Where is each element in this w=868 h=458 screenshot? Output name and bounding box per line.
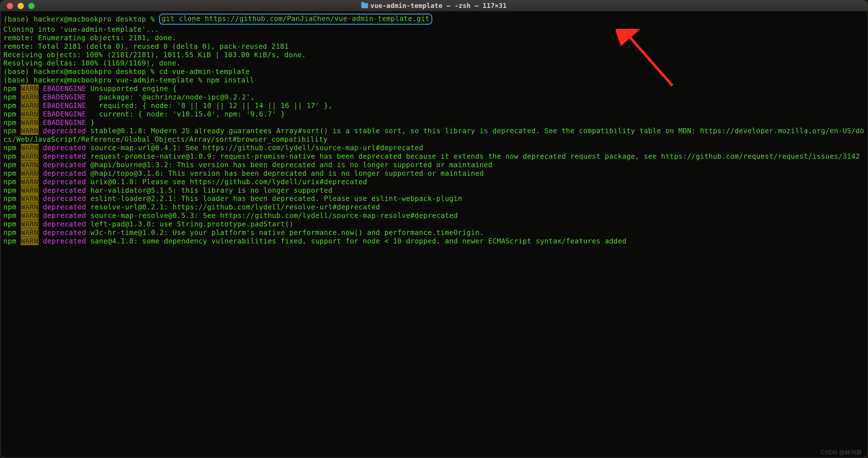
highlighted-command: git clone https://github.com/PanJiaChen/… <box>159 13 432 25</box>
deprecated-label: deprecated <box>43 203 86 211</box>
npm-label: npm <box>3 178 21 186</box>
ebadengine-label: EBADENGINE <box>43 110 86 118</box>
warn-badge: WARN <box>21 161 38 169</box>
deprecated-label: deprecated <box>43 161 86 169</box>
deprecated-msg: urix@0.1.0: Please see https://github.co… <box>90 178 367 186</box>
engine-msg: current: { node: 'v18.15.0', npm: '9.6.7… <box>90 110 285 118</box>
git-output: remote: Enumerating objects: 2181, done. <box>3 34 176 42</box>
deprecated-msg: source-map-resolve@0.5.3: See https://gi… <box>90 211 458 220</box>
warn-badge: WARN <box>21 127 38 135</box>
prompt-userhost: hackerx@macbookpro desktop % <box>34 15 159 23</box>
watermark: CSDN @林鸿群 <box>821 449 862 456</box>
deprecated-msg: resolve-url@0.2.1: https://github.com/ly… <box>90 203 380 211</box>
npm-label: npm <box>3 110 21 118</box>
npm-label: npm <box>3 93 21 101</box>
warn-badge: WARN <box>21 169 38 177</box>
warn-badge: WARN <box>21 186 38 194</box>
prompt-userhost: hackerx@macbookpro vue-admin-template % <box>34 76 207 84</box>
terminal-content[interactable]: (base) hackerx@macbookpro desktop % git … <box>1 11 867 246</box>
npm-label: npm <box>3 127 21 135</box>
window-title: vue-admin-template — -zsh — 117×31 <box>361 2 506 10</box>
deprecated-msg: @hapi/topo@3.1.6: This version has been … <box>90 169 484 177</box>
traffic-lights <box>1 3 35 9</box>
warn-badge: WARN <box>21 144 38 152</box>
titlebar: vue-admin-template — -zsh — 117×31 <box>1 1 867 11</box>
warn-badge: WARN <box>21 203 38 211</box>
deprecated-label: deprecated <box>43 169 86 177</box>
maximize-icon[interactable] <box>28 3 35 9</box>
deprecated-msg: left-pad@1.3.0: use String.prototype.pad… <box>90 220 294 228</box>
prompt-env: (base) <box>3 67 34 76</box>
minimize-icon[interactable] <box>18 3 24 9</box>
git-output: remote: Total 2181 (delta 0), reused 0 (… <box>3 42 289 51</box>
npm-label: npm <box>3 203 21 211</box>
deprecated-label: deprecated <box>43 178 86 186</box>
warn-badge: WARN <box>21 237 38 245</box>
npm-label: npm <box>3 220 21 228</box>
deprecated-msg: request-promise-native@1.0.9: request-pr… <box>90 152 860 160</box>
ebadengine-label: EBADENGINE <box>43 101 86 110</box>
deprecated-msg: har-validator@5.1.5: this library is no … <box>90 186 333 194</box>
npm-label: npm <box>3 211 21 220</box>
npm-label: npm <box>3 161 21 169</box>
npm-label: npm <box>3 228 21 237</box>
git-output: Receiving objects: 100% (2181/2181), 101… <box>3 51 306 59</box>
git-output: Resolving deltas: 100% (1169/1169), done… <box>3 59 181 67</box>
deprecated-label: deprecated <box>43 186 86 194</box>
npm-label: npm <box>3 194 21 203</box>
window-title-text: vue-admin-template — -zsh — 117×31 <box>370 2 506 10</box>
deprecated-msg: w3c-hr-time@1.0.2: Use your platform's n… <box>90 228 484 237</box>
deprecated-msg: sane@4.1.0: some dependency vulnerabilit… <box>90 237 626 245</box>
close-icon[interactable] <box>7 3 13 9</box>
warn-badge: WARN <box>21 178 38 186</box>
deprecated-msg: source-map-url@0.4.1: See https://github… <box>90 144 423 152</box>
git-output: Cloning into 'vue-admin-template'... <box>3 25 159 33</box>
warn-badge: WARN <box>21 152 38 160</box>
npm-label: npm <box>3 237 21 245</box>
terminal-window: vue-admin-template — -zsh — 117×31 (base… <box>0 0 868 458</box>
warn-badge: WARN <box>21 119 38 127</box>
prompt-env: (base) <box>3 15 34 23</box>
deprecated-label: deprecated <box>43 220 86 228</box>
ebadengine-label: EBADENGINE <box>43 119 86 127</box>
cd-command: cd vue-admin-template <box>159 67 250 76</box>
npm-label: npm <box>3 186 21 194</box>
npm-label: npm <box>3 119 21 127</box>
npm-label: npm <box>3 101 21 110</box>
warn-badge: WARN <box>21 228 38 237</box>
warn-badge: WARN <box>21 85 38 93</box>
npm-label: npm <box>3 169 21 177</box>
ebadengine-label: EBADENGINE <box>43 85 86 93</box>
deprecated-label: deprecated <box>43 127 86 135</box>
engine-msg: package: '@achrinza/node-ipc@9.2.2', <box>90 93 255 101</box>
deprecated-label: deprecated <box>43 237 86 245</box>
warn-badge: WARN <box>21 101 38 110</box>
deprecated-msg: stable@0.1.8: Modern JS already guarante… <box>3 127 864 143</box>
prompt-env: (base) <box>3 76 34 84</box>
warn-badge: WARN <box>21 110 38 118</box>
npm-label: npm <box>3 144 21 152</box>
warn-badge: WARN <box>21 211 38 220</box>
warn-badge: WARN <box>21 194 38 203</box>
deprecated-msg: eslint-loader@2.2.1: This loader has bee… <box>90 194 462 203</box>
engine-msg: Unsupported engine { <box>90 85 177 93</box>
deprecated-label: deprecated <box>43 228 86 237</box>
ebadengine-label: EBADENGINE <box>43 93 86 101</box>
prompt-userhost: hackerx@macbookpro desktop % <box>34 67 159 76</box>
folder-icon <box>361 3 368 8</box>
npm-label: npm <box>3 152 21 160</box>
deprecated-msg: @hapi/bourne@1.3.2: This version has bee… <box>90 161 492 169</box>
npm-label: npm <box>3 85 21 93</box>
deprecated-label: deprecated <box>43 152 86 160</box>
warn-badge: WARN <box>21 220 38 228</box>
engine-msg: } <box>90 119 95 127</box>
git-clone-command: git clone https://github.com/PanJiaChen/… <box>162 14 430 23</box>
deprecated-label: deprecated <box>43 211 86 220</box>
deprecated-label: deprecated <box>43 144 86 152</box>
engine-msg: required: { node: '8 || 10 || 12 || 14 |… <box>90 101 333 110</box>
deprecated-label: deprecated <box>43 194 86 203</box>
npm-install-command: npm install <box>207 76 254 84</box>
warn-badge: WARN <box>21 93 38 101</box>
